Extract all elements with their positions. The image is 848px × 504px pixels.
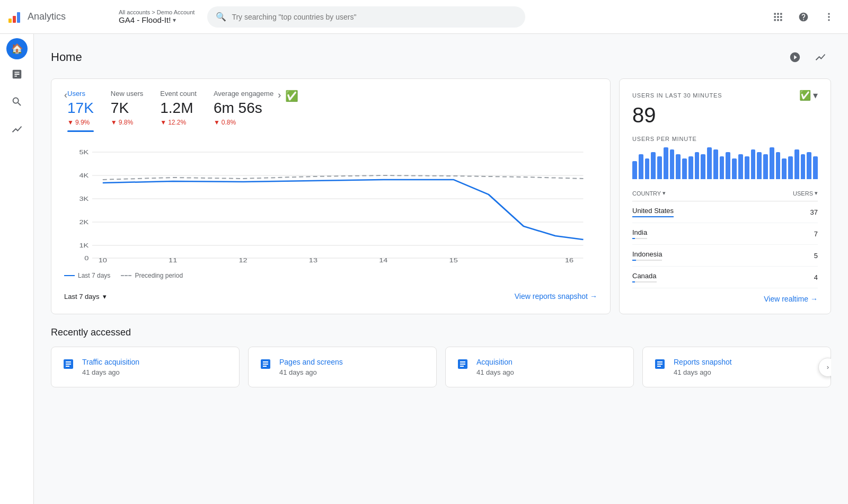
recently-card-title[interactable]: Traffic acquisition: [82, 358, 139, 366]
country-name: United States: [632, 207, 674, 215]
apps-grid-button[interactable]: [767, 6, 789, 28]
realtime-options-button[interactable]: ▾: [813, 90, 818, 101]
recently-card-title[interactable]: Acquisition: [476, 358, 514, 366]
country-rows: United States 37 India 7 Indonesia 5 Can…: [632, 201, 818, 288]
recently-card-time: 41 days ago: [82, 368, 139, 376]
next-metric-button[interactable]: ›: [278, 90, 281, 101]
country-bar-wrap: [632, 216, 674, 217]
svg-text:12: 12: [238, 257, 247, 263]
recently-card-icon: [62, 358, 75, 374]
mini-bar: [726, 152, 730, 179]
mini-bar: [713, 149, 718, 179]
svg-text:1K: 1K: [80, 242, 89, 249]
country-bar-wrap: [632, 260, 662, 261]
metric-value-engagement: 6m 56s: [214, 100, 273, 117]
svg-text:15: 15: [449, 257, 458, 263]
country-bar: [632, 216, 674, 217]
country-bar: [632, 260, 636, 261]
svg-text:3K: 3K: [80, 196, 89, 202]
country-row: India 7: [632, 223, 818, 245]
recently-card-icon: [259, 358, 272, 374]
mini-bar: [801, 154, 806, 179]
mini-bar: [807, 152, 811, 179]
chevron-down-icon: ▾: [815, 190, 818, 197]
mini-bar: [651, 152, 656, 179]
date-range-label: Last 7 days: [64, 293, 100, 300]
recently-accessed-card: Acquisition 41 days ago: [445, 347, 634, 387]
svg-text:5K: 5K: [80, 149, 89, 156]
view-snapshot-link[interactable]: View reports snapshot →: [515, 292, 597, 300]
sidebar-item-home[interactable]: 🏠: [6, 38, 28, 59]
recently-card-info: Pages and screens 41 days ago: [279, 358, 343, 376]
date-range-button[interactable]: Last 7 days ▾: [64, 293, 107, 300]
metric-change-events: ▼ 12.2%: [160, 119, 197, 126]
mini-bar: [770, 147, 774, 179]
view-realtime-link[interactable]: View realtime →: [632, 295, 818, 303]
customize-button[interactable]: [810, 47, 831, 68]
recently-card-title[interactable]: Pages and screens: [279, 358, 343, 366]
recently-card-title[interactable]: Reports snapshot: [674, 358, 732, 366]
mini-bar: [757, 152, 762, 179]
metrics-card: ‹ Users 17K ▼ 9.9% New users: [51, 78, 611, 314]
users-column-header[interactable]: USERS ▾: [793, 190, 818, 197]
account-breadcrumb: All accounts > Demo Account: [119, 9, 195, 15]
down-arrow-icon: ▼: [67, 119, 74, 126]
compare-check-icon: ✅: [285, 90, 298, 102]
mini-bar: [645, 158, 650, 179]
country-row: United States 37: [632, 201, 818, 223]
insights-button[interactable]: [784, 47, 806, 68]
page-header-actions: [784, 47, 831, 68]
mini-bar: [720, 156, 725, 179]
metric-tab-events[interactable]: Event count 1.2M ▼ 12.2%: [160, 90, 197, 126]
sidebar-item-advertising[interactable]: [4, 117, 30, 142]
mini-bar: [738, 154, 743, 179]
metric-tab-users[interactable]: Users 17K ▼ 9.9%: [67, 90, 94, 132]
country-table-header: COUNTRY ▾ USERS ▾: [632, 188, 818, 201]
help-button[interactable]: [793, 6, 814, 28]
topnav-actions: [767, 6, 840, 28]
realtime-title: USERS IN LAST 30 MINUTES: [632, 92, 722, 99]
search-bar[interactable]: 🔍: [207, 6, 525, 28]
mini-bar: [688, 156, 693, 179]
svg-text:14: 14: [379, 257, 387, 263]
country-user-count: 7: [814, 230, 818, 238]
country-column-header[interactable]: COUNTRY ▾: [632, 190, 666, 197]
metric-tab-engagement[interactable]: Average engageme 6m 56s ▼ 0.8%: [214, 90, 273, 126]
sidebar-item-explore[interactable]: [4, 89, 30, 114]
account-selector[interactable]: All accounts > Demo Account GA4 - Flood-…: [119, 9, 195, 24]
svg-rect-5: [780, 16, 782, 17]
country-name: Indonesia: [632, 250, 662, 258]
realtime-header-actions: ✅ ▾: [799, 90, 818, 101]
recently-card-time: 41 days ago: [476, 368, 514, 376]
legend-solid-label: Last 7 days: [78, 272, 110, 279]
legend-dashed-label: Preceding period: [135, 272, 183, 279]
metric-label-engagement: Average engageme: [214, 90, 273, 98]
country-user-count: 37: [810, 208, 818, 216]
mini-bar-chart: [632, 147, 818, 179]
page-title: Home: [51, 50, 82, 64]
svg-rect-7: [777, 19, 779, 21]
svg-rect-8: [780, 19, 782, 21]
main-content: Home ‹ Users 17K ▼: [34, 34, 848, 504]
mini-bar: [751, 149, 756, 179]
mini-bar: [657, 156, 662, 179]
app-name-label: Analytics: [28, 11, 66, 22]
down-arrow-icon-2: ▼: [111, 119, 117, 126]
mini-bar: [745, 156, 749, 179]
more-options-button[interactable]: [818, 6, 840, 28]
mini-bar: [788, 156, 793, 179]
country-bar-wrap: [632, 281, 657, 282]
search-input[interactable]: [232, 13, 517, 21]
metric-tab-new-users[interactable]: New users 7K ▼ 9.8%: [111, 90, 143, 126]
arrow-right-icon: →: [810, 295, 818, 303]
svg-text:0: 0: [84, 255, 89, 262]
recently-card-icon: [456, 358, 469, 374]
sidebar-item-reports[interactable]: [4, 61, 30, 87]
chart-legend: Last 7 days Preceding period: [64, 272, 597, 279]
legend-solid-line: [64, 275, 75, 276]
svg-rect-2: [780, 13, 782, 14]
chevron-down-icon: ▾: [103, 293, 107, 300]
account-name[interactable]: GA4 - Flood-It! ▾: [119, 15, 195, 24]
chevron-down-icon: ▾: [662, 190, 666, 197]
svg-rect-4: [777, 16, 779, 17]
